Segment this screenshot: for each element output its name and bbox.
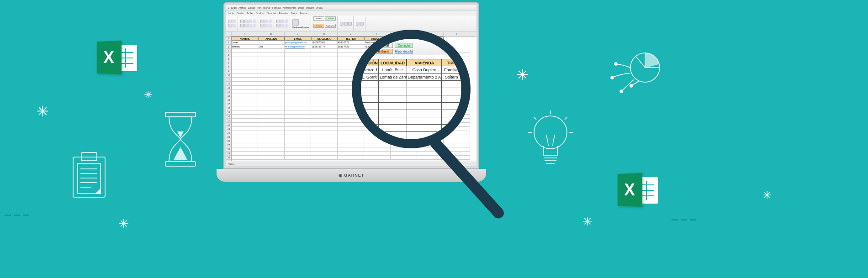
lens: Normal Entrada Correcto Hipervínculo ECC… xyxy=(352,30,471,148)
sheet-tab[interactable]: Hoja 1 xyxy=(226,161,476,166)
dash-marks xyxy=(5,215,29,216)
svg-rect-1 xyxy=(81,152,97,161)
zoom-row: L. Gorriti 731 Lomas de Zamora Departame… xyxy=(361,73,461,81)
svg-rect-8 xyxy=(165,112,196,117)
zoom-row: orenzo 1771 Lanús Este Casa Duplex Famil… xyxy=(361,66,461,73)
hourglass-icon xyxy=(160,110,201,171)
app-name: Excel xyxy=(231,6,237,9)
svg-rect-9 xyxy=(165,162,196,166)
laptop-base: ◉ GARNET xyxy=(217,169,486,182)
ribbon-tabs[interactable]: Inicio Diseño Tablas Gráficos SmartArt F… xyxy=(226,10,476,16)
lightbulb-icon xyxy=(525,110,576,180)
illustration-canvas: X ✳ ✳ ✳ xyxy=(0,0,868,278)
dash-marks xyxy=(672,219,696,220)
menu-bar[interactable]: ● Excel Archivo Edición Ver Insertar For… xyxy=(226,5,476,10)
pie-chart-network-icon xyxy=(608,46,667,107)
svg-line-16 xyxy=(565,117,567,120)
excel-icon: X xyxy=(96,41,137,78)
clipboard-icon xyxy=(69,151,110,203)
sparkle-icon: ✳ xyxy=(763,189,771,201)
sparkle-icon: ✳ xyxy=(37,103,49,120)
sparkle-icon: ✳ xyxy=(582,215,593,229)
sparkle-icon: ✳ xyxy=(119,217,129,231)
brand-logo: ◉ GARNET xyxy=(339,173,365,178)
conditional-format-icon xyxy=(363,43,373,53)
sparkle-icon: ✳ xyxy=(144,89,152,101)
excel-icon: X xyxy=(617,173,658,210)
zoom-toolbar: Normal Entrada Correcto Hipervínculo xyxy=(361,42,461,55)
svg-point-10 xyxy=(534,116,567,149)
magnifying-glass: Normal Entrada Correcto Hipervínculo ECC… xyxy=(352,30,480,157)
zoom-header-row: ECCIÓN LOCALIDAD VIVIENDA TIPO xyxy=(361,59,461,66)
conditional-format-button[interactable]: Condicional Formato xyxy=(291,16,311,31)
row-headers: 1234567891011121314151617181920212223242… xyxy=(226,37,232,161)
sparkle-icon: ✳ xyxy=(516,66,529,84)
svg-rect-2 xyxy=(78,163,101,194)
svg-line-15 xyxy=(534,117,536,120)
